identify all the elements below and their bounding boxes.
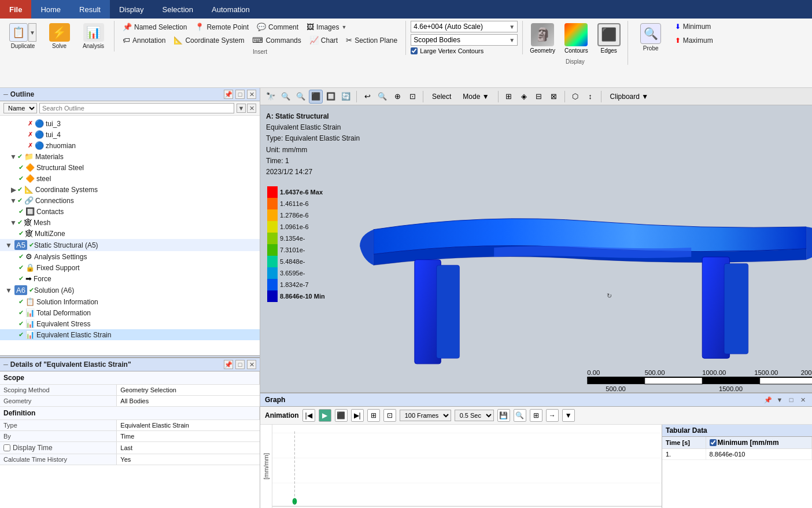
chart-button[interactable]: 📈 Chart <box>306 34 341 46</box>
tree-item-connections[interactable]: ▼ ✔ 🔗 Connections <box>0 195 260 206</box>
tree-item-tui4[interactable]: ✗ 🔵 tui_4 <box>0 129 260 140</box>
tab-file[interactable]: File <box>0 0 31 19</box>
tree-item-materials[interactable]: ▼ ✔ 📁 Materials <box>0 151 260 162</box>
named-selection-button[interactable]: 📌 Named Selection <box>119 21 190 33</box>
tree-item-equivalent-stress[interactable]: ✔ 📊 Equivalent Stress <box>0 318 260 329</box>
view-options3[interactable]: ⊟ <box>532 90 546 104</box>
solve-button[interactable]: ⚡ Solve <box>43 21 75 51</box>
search-clear-button[interactable]: ✕ <box>247 104 256 113</box>
rotate-button[interactable]: 🔄 <box>339 90 353 104</box>
maximum-button[interactable]: ⬆ Maximum <box>671 35 717 46</box>
anim-expand2-button[interactable]: ▼ <box>562 409 575 422</box>
tree-item-fixed-support[interactable]: ✔ 🔒 Fixed Support <box>0 262 260 273</box>
graph-maximize-button[interactable]: □ <box>787 395 796 404</box>
outline-pin-button[interactable]: 📌 <box>224 90 233 99</box>
duplicate-button[interactable]: 📋 ▼ Duplicate <box>5 21 41 51</box>
minimum-button[interactable]: ⬇ Minimum <box>671 21 717 32</box>
tree-item-mesh[interactable]: ▼ ✔ 🕸 Mesh <box>0 217 260 228</box>
details-pin-button[interactable]: 📌 <box>224 360 233 369</box>
graph-close-button[interactable]: ✕ <box>798 395 807 404</box>
view-options2[interactable]: ◈ <box>517 90 531 104</box>
tree-item-steel[interactable]: ✔ 🔶 steel <box>0 173 260 184</box>
outline-close-button[interactable]: ✕ <box>247 90 256 99</box>
tree-item-static-structural[interactable]: ▼ A5 ✔ Static Structural (A5) <box>0 239 260 251</box>
solution-expand[interactable]: ▼ <box>5 286 13 295</box>
frames-select[interactable]: 100 Frames <box>400 410 451 421</box>
tree-item-tui3[interactable]: ✗ 🔵 tui_3 <box>0 118 260 129</box>
edges-display-button[interactable]: ⬛ Edges <box>595 21 623 56</box>
tree-item-zhuomian[interactable]: ✗ 🔵 zhuomian <box>0 140 260 151</box>
tree-item-solution-a6[interactable]: ▼ A6 ✔ Solution (A6) <box>0 284 260 296</box>
tree-item-solution-information[interactable]: ✔ 📋 Solution Information <box>0 296 260 307</box>
tab-selection[interactable]: Selection <box>153 0 202 19</box>
graph-pin-button[interactable]: 📌 <box>763 395 773 404</box>
images-button[interactable]: 🖼 Images ▼ <box>303 21 350 33</box>
tree-item-total-deformation[interactable]: ✔ 📊 Total Deformation <box>0 307 260 318</box>
annotation-button[interactable]: 🏷 Annotation <box>119 34 169 46</box>
scoping-method-value[interactable]: Geometry Selection <box>117 385 260 396</box>
zoom-out-button[interactable]: 🔍 <box>294 90 308 104</box>
mode-dropdown[interactable]: Mode ▼ <box>457 90 494 104</box>
auto-scale-dropdown[interactable]: 4.6e+004 (Auto Scale) ▼ <box>411 21 518 32</box>
commands-button[interactable]: ⌨ Commands <box>249 34 304 46</box>
tree-item-contacts[interactable]: ✔ 🔲 Contacts <box>0 206 260 217</box>
details-maximize-button[interactable]: □ <box>235 360 245 369</box>
view-options6[interactable]: ↕ <box>584 90 597 104</box>
connections-expand[interactable]: ▼ <box>9 197 17 205</box>
shading-button[interactable]: ⬛ <box>309 90 323 104</box>
3d-viewer[interactable]: A: Static Structural Equivalent Elastic … <box>260 105 812 392</box>
type-value[interactable]: Equivalent Elastic Strain <box>117 420 260 431</box>
geometry-detail-value[interactable]: All Bodies <box>117 396 260 407</box>
zoom-fit-button[interactable]: 🔭 <box>264 90 278 104</box>
details-close-button[interactable]: ✕ <box>247 360 256 369</box>
coordinate-system-button[interactable]: 📐 Coordinate System <box>170 34 248 46</box>
anim-zoom-button[interactable]: 🔍 <box>514 409 526 422</box>
materials-expand[interactable]: ▼ <box>9 153 17 161</box>
wireframe-button[interactable]: 🔲 <box>324 90 338 104</box>
tab-display[interactable]: Display <box>110 0 153 19</box>
view-options1[interactable]: ⊞ <box>502 90 516 104</box>
search-filter-button[interactable]: ▼ <box>237 104 246 113</box>
graph-expand-button[interactable]: ▼ <box>775 395 784 404</box>
outline-maximize-button[interactable]: □ <box>235 90 245 99</box>
anim-end-button[interactable]: ▶| <box>351 409 364 422</box>
geometry-display-button[interactable]: 🗿 Geometry <box>527 21 558 56</box>
comment-button[interactable]: 💬 Comment <box>253 21 302 33</box>
anim-bounce-button[interactable]: ⊡ <box>383 409 396 422</box>
view-options4[interactable]: ⊠ <box>547 90 561 104</box>
col-min-checkbox[interactable] <box>710 439 717 446</box>
anim-start-button[interactable]: |◀ <box>302 409 315 422</box>
anim-export-button[interactable]: 💾 <box>497 409 510 422</box>
tab-result[interactable]: Result <box>70 0 110 19</box>
display-time-checkbox[interactable] <box>3 444 10 451</box>
clipboard-button[interactable]: Clipboard ▼ <box>605 90 654 104</box>
scoped-bodies-dropdown[interactable]: Scoped Bodies ▼ <box>411 34 518 46</box>
pan-button[interactable]: 🔍 <box>375 90 389 104</box>
speed-select[interactable]: 0.5 Sec <box>455 410 494 421</box>
section-plane-button[interactable]: ✂ Section Plane <box>342 34 401 46</box>
probe-button[interactable]: 🔍 Probe <box>635 21 667 54</box>
anim-arrow-button[interactable]: → <box>546 409 559 422</box>
select-button[interactable]: Select <box>427 90 456 104</box>
large-vertex-contours-checkbox[interactable] <box>411 47 418 54</box>
view-options5[interactable]: ⬡ <box>569 90 582 104</box>
csys-expand[interactable]: ▶ <box>9 186 17 194</box>
tab-automation[interactable]: Automation <box>202 0 259 19</box>
outline-filter-select[interactable]: Name <box>3 103 37 113</box>
anim-grid-button[interactable]: ⊞ <box>530 409 542 422</box>
fit-view-button[interactable]: ⊡ <box>405 90 419 104</box>
orbit-button[interactable]: ↩ <box>360 90 374 104</box>
tree-item-analysis-settings[interactable]: ✔ ⚙ Analysis Settings <box>0 251 260 262</box>
static-expand[interactable]: ▼ <box>5 241 13 249</box>
tab-home[interactable]: Home <box>31 0 70 19</box>
search-outline-input[interactable] <box>39 103 234 113</box>
tree-item-structural-steel[interactable]: ✔ 🔶 Structural Steel <box>0 162 260 173</box>
remote-point-button[interactable]: 📍 Remote Point <box>191 21 252 33</box>
zoom-in-button[interactable]: 🔍 <box>279 90 293 104</box>
tree-item-multizone[interactable]: ✔ 🕸 MultiZone <box>0 228 260 239</box>
tree-item-equivalent-elastic-strain[interactable]: ✔ 📊 Equivalent Elastic Strain <box>0 329 260 340</box>
by-value[interactable]: Time <box>117 431 260 442</box>
mesh-expand[interactable]: ▼ <box>9 219 17 227</box>
anim-stop-button[interactable]: ⬛ <box>335 409 348 422</box>
anim-loop-button[interactable]: ⊞ <box>367 409 380 422</box>
